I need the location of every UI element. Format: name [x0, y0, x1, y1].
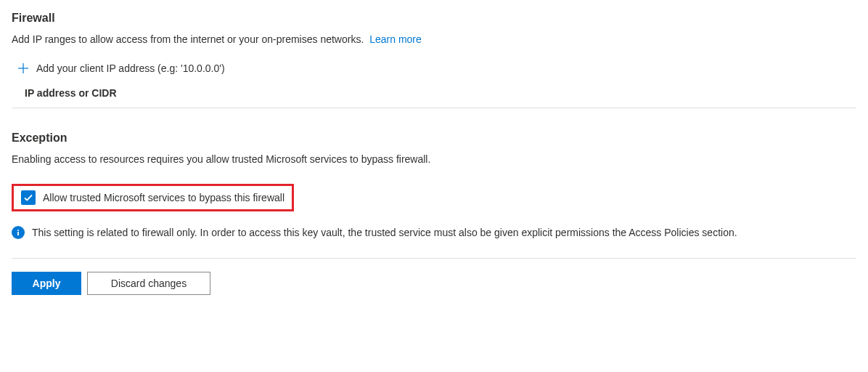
info-row: This setting is related to firewall only… [12, 226, 856, 239]
allow-trusted-label: Allow trusted Microsoft services to bypa… [43, 192, 284, 203]
info-icon [12, 226, 25, 239]
discard-changes-button[interactable]: Discard changes [87, 272, 210, 295]
exception-heading: Exception [12, 132, 856, 145]
firewall-description: Add IP ranges to allow access from the i… [12, 33, 364, 45]
firewall-heading: Firewall [12, 12, 856, 25]
add-client-ip-label: Add your client IP address (e.g: '10.0.0… [36, 62, 225, 74]
allow-trusted-highlight: Allow trusted Microsoft services to bypa… [12, 184, 294, 211]
firewall-description-row: Add IP ranges to allow access from the i… [12, 33, 856, 45]
exception-description: Enabling access to resources requires yo… [12, 153, 856, 165]
apply-button[interactable]: Apply [12, 272, 81, 295]
add-client-ip-button[interactable]: Add your client IP address (e.g: '10.0.0… [12, 57, 856, 80]
plus-icon [17, 62, 29, 74]
footer-divider [12, 258, 856, 259]
allow-trusted-checkbox[interactable] [21, 190, 36, 205]
svg-point-2 [17, 230, 19, 231]
learn-more-link[interactable]: Learn more [369, 33, 422, 45]
ip-table-header: IP address or CIDR [12, 80, 856, 108]
footer-buttons: Apply Discard changes [12, 272, 856, 295]
info-text: This setting is related to firewall only… [32, 227, 737, 238]
svg-rect-3 [17, 232, 19, 235]
